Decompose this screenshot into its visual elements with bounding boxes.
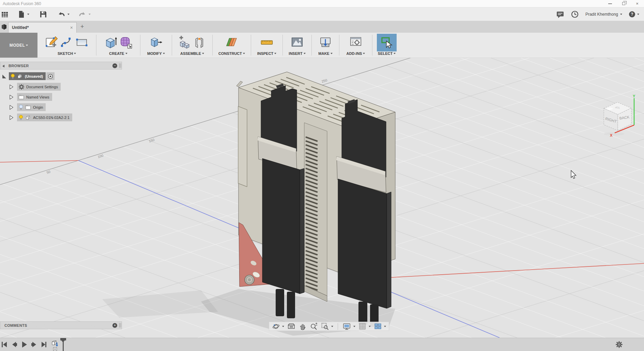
bulb-on-icon[interactable] bbox=[18, 115, 24, 121]
press-pull-button[interactable] bbox=[149, 35, 163, 49]
comments-header[interactable]: COMMENTS + bbox=[0, 321, 122, 329]
ribbon-group-label-inspect[interactable]: INSPECT bbox=[257, 50, 277, 57]
browser-item-chip[interactable]: Document Settings bbox=[17, 83, 61, 91]
timeline-step-back-button[interactable] bbox=[11, 341, 18, 348]
extrude-button[interactable] bbox=[104, 35, 118, 49]
job-status-button[interactable] bbox=[571, 11, 579, 18]
browser-grip-icon[interactable] bbox=[119, 63, 121, 68]
redo-icon bbox=[78, 11, 87, 18]
timeline-go-end-button[interactable] bbox=[41, 341, 47, 348]
browser-item-chip[interactable]: ACS50-01N-02A2-2:1 bbox=[17, 113, 72, 121]
collapsed-arrow-icon[interactable] bbox=[9, 115, 14, 120]
browser-row-document-settings[interactable]: Document Settings bbox=[9, 83, 61, 91]
new-component-button[interactable] bbox=[178, 35, 191, 49]
timeline-marker-handle[interactable] bbox=[60, 338, 66, 340]
create-form-button[interactable] bbox=[119, 35, 133, 49]
file-caret-icon bbox=[27, 14, 29, 15]
browser-row-origin[interactable]: Origin bbox=[9, 103, 46, 111]
browser-item-chip[interactable]: Origin bbox=[17, 103, 46, 111]
timeline-step-forward-button[interactable] bbox=[31, 341, 37, 348]
ribbon-group-label-insert[interactable]: INSERT bbox=[289, 50, 305, 57]
undo-button[interactable] bbox=[57, 11, 70, 18]
sketch-rectangle-button[interactable] bbox=[75, 35, 89, 49]
new-tab-button[interactable]: + bbox=[80, 23, 84, 30]
browser-header[interactable]: BROWSER − bbox=[0, 62, 122, 70]
browser-minimize-icon[interactable]: − bbox=[112, 63, 117, 68]
ribbon-group-label-select[interactable]: SELECT bbox=[378, 50, 396, 57]
viewport-canvas[interactable]: 50 100 150 250 bbox=[0, 58, 644, 338]
comments-add-icon[interactable]: + bbox=[112, 323, 117, 328]
ribbon-group-insert: INSERT bbox=[283, 33, 311, 58]
comments-grip-icon[interactable] bbox=[119, 323, 121, 327]
browser-item-chip[interactable]: Named Views bbox=[17, 93, 52, 101]
tab-label: Untitled* bbox=[12, 25, 70, 30]
ribbon-group-label-sketch[interactable]: SKETCH bbox=[58, 50, 76, 57]
save-button[interactable] bbox=[40, 11, 47, 18]
close-button[interactable]: × bbox=[630, 0, 644, 7]
zoom-window-button[interactable] bbox=[321, 322, 333, 331]
expand-open-icon[interactable] bbox=[2, 74, 7, 79]
orbit-button[interactable] bbox=[272, 322, 284, 331]
tab-untitled[interactable]: Untitled* × bbox=[8, 22, 77, 33]
quick-access-toolbar: Pradit Khemthong ? bbox=[0, 7, 644, 21]
minimize-button[interactable] bbox=[603, 0, 617, 7]
timeline-expand-icon[interactable]: + bbox=[53, 347, 57, 351]
browser-row-component[interactable]: ACS50-01N-02A2-2:1 bbox=[9, 113, 72, 121]
insert-canvas-button[interactable] bbox=[290, 35, 304, 49]
construct-plane-button[interactable] bbox=[225, 35, 239, 49]
browser-activate-chip[interactable] bbox=[46, 72, 55, 80]
viewcube[interactable]: RIGHT BACK TOP Y X bbox=[597, 94, 644, 142]
ribbon-group-label-make[interactable]: MAKE bbox=[318, 50, 332, 57]
rectangle-icon bbox=[75, 35, 89, 49]
bulb-on-icon[interactable] bbox=[10, 73, 15, 79]
browser-row-named-views[interactable]: Named Views bbox=[9, 93, 52, 101]
timeline-play-button[interactable] bbox=[21, 341, 28, 348]
panel-collapse-icon[interactable] bbox=[2, 65, 4, 67]
grid-snap-button[interactable] bbox=[358, 322, 371, 331]
collapsed-arrow-icon[interactable] bbox=[9, 85, 14, 89]
user-caret-icon bbox=[620, 14, 622, 15]
display-settings-button[interactable] bbox=[342, 322, 355, 331]
viewports-button[interactable] bbox=[374, 322, 386, 331]
create-sketch-button[interactable] bbox=[45, 35, 59, 49]
timeline-feature-icon[interactable] bbox=[51, 339, 59, 347]
bulb-off-icon[interactable] bbox=[18, 104, 24, 110]
redo-button[interactable] bbox=[78, 11, 91, 18]
minimize-icon bbox=[608, 3, 612, 4]
restore-button[interactable] bbox=[617, 0, 630, 7]
select-button[interactable] bbox=[377, 34, 397, 51]
help-menu-button[interactable]: ? bbox=[629, 11, 639, 17]
file-menu-button[interactable] bbox=[18, 10, 29, 18]
user-account-button[interactable]: Pradit Khemthong bbox=[585, 12, 622, 17]
new-component-icon bbox=[178, 35, 191, 49]
ribbon-group-label-create[interactable]: CREATE bbox=[109, 50, 127, 57]
make-button[interactable] bbox=[319, 35, 332, 49]
ribbon-group-label-construct[interactable]: CONSTRUCT bbox=[218, 50, 245, 57]
app-grid-icon bbox=[1, 11, 8, 18]
ribbon-group-label-addins[interactable]: ADD-INS bbox=[347, 50, 365, 57]
tab-close-icon[interactable]: × bbox=[70, 25, 73, 30]
ribbon-group-label-modify[interactable]: MODIFY bbox=[147, 50, 165, 57]
comments-toolbar-button[interactable] bbox=[556, 10, 564, 18]
app-grid-button[interactable] bbox=[1, 11, 8, 18]
browser-root-chip[interactable]: (Unsaved) bbox=[9, 72, 46, 80]
viewport[interactable]: 50 100 150 250 bbox=[0, 58, 644, 338]
measure-button[interactable] bbox=[260, 35, 274, 49]
collapsed-arrow-icon[interactable] bbox=[9, 105, 14, 110]
joint-button[interactable] bbox=[193, 35, 206, 49]
ribbon-group-label-assemble[interactable]: ASSEMBLE bbox=[180, 50, 204, 57]
radio-dot-icon[interactable] bbox=[48, 74, 53, 79]
timeline-settings-gear-icon[interactable] bbox=[615, 341, 623, 348]
undo-caret-icon bbox=[67, 14, 70, 15]
browser-row-root[interactable]: (Unsaved) bbox=[2, 72, 55, 80]
addins-button[interactable] bbox=[349, 35, 363, 49]
pan-button[interactable] bbox=[298, 322, 307, 331]
timeline-go-start-button[interactable] bbox=[1, 341, 8, 348]
sketch-spline-button[interactable] bbox=[60, 35, 74, 49]
workspace-selector[interactable]: MODEL bbox=[0, 33, 37, 58]
collapsed-arrow-icon[interactable] bbox=[9, 95, 14, 100]
construct-caret-icon bbox=[243, 53, 245, 54]
insert-image-icon bbox=[290, 35, 304, 49]
zoom-button[interactable] bbox=[310, 322, 318, 331]
look-at-button[interactable] bbox=[287, 322, 295, 331]
